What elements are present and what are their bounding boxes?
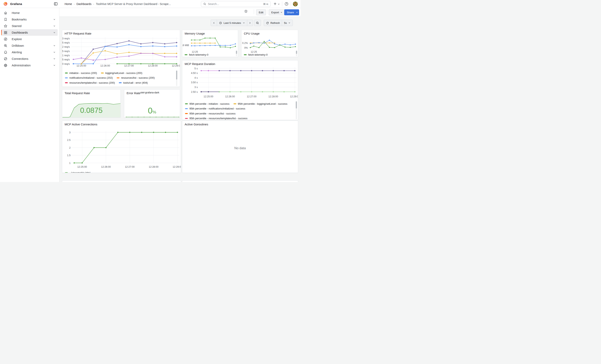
- legend-item[interactable]: unknown - success (200): [138, 85, 171, 87]
- refresh-icon: [266, 21, 269, 24]
- svg-text:0.2%: 0.2%: [242, 42, 248, 45]
- sidebar-item-home[interactable]: Home: [1, 10, 58, 16]
- sidebar-item-administration[interactable]: Administration: [1, 62, 58, 69]
- bookmark-icon: [4, 18, 8, 21]
- sidebar-item-label: Drilldown: [12, 44, 53, 47]
- help-icon[interactable]: [284, 2, 289, 7]
- breadcrumb-item[interactable]: Home: [65, 2, 72, 6]
- search-shortcut: ⌘+k: [263, 3, 268, 6]
- edit-button[interactable]: Edit: [256, 9, 266, 15]
- legend-item[interactable]: fetch-telemetry-0: [244, 52, 268, 57]
- svg-text:3 s: 3 s: [194, 86, 198, 89]
- legend-item[interactable]: resources/list - success (200): [117, 76, 155, 80]
- svg-text:12:29:00: 12:29:00: [290, 95, 298, 98]
- refresh-button[interactable]: Refresh: [264, 20, 282, 26]
- chevron-down-icon: [288, 22, 290, 24]
- sidebar-item-bookmarks[interactable]: Bookmarks: [1, 16, 58, 23]
- favorite-star-icon[interactable]: [244, 9, 248, 14]
- legend-item[interactable]: 95th percentile - notifications/initiali…: [185, 106, 245, 111]
- chart-legend: fetch-telemetry-0: [185, 52, 234, 57]
- legend-color-chip: [119, 82, 122, 83]
- breadcrumb-item: ToolHive MCP Server & Proxy Runner Dashb…: [96, 2, 171, 6]
- legend-scrollbar[interactable]: [296, 51, 297, 56]
- panel-cpu-usage: CPU Usage 0.2%0%12:25 fetch-telemetry-0: [241, 30, 298, 57]
- legend-item[interactable]: tools/list - success (200): [102, 85, 134, 87]
- chevron-down-icon[interactable]: [53, 31, 56, 34]
- legend-color-chip: [185, 118, 188, 119]
- panel-title[interactable]: Active Goroutines: [185, 123, 208, 126]
- sidebar-item-explore[interactable]: Explore: [1, 36, 58, 42]
- search-placeholder: Search...: [208, 2, 263, 6]
- chevron-down-icon[interactable]: [53, 51, 56, 53]
- add-button[interactable]: [273, 2, 277, 7]
- legend-item[interactable]: tools/call - error (404): [119, 80, 148, 85]
- svg-text:12:26:00: 12:26:00: [101, 166, 111, 168]
- time-back-button[interactable]: [211, 20, 217, 26]
- sidebar-item-dashboards[interactable]: Dashboards: [1, 29, 58, 36]
- svg-text:1.5: 1.5: [67, 154, 70, 157]
- legend-item[interactable]: 95th percentile - logging/setLevel - suc…: [233, 101, 287, 106]
- legend-item[interactable]: notifications/initialized - success (202…: [65, 76, 113, 80]
- refresh-interval-picker[interactable]: 5s: [282, 20, 293, 26]
- sidebar-item-starred[interactable]: Starred: [1, 23, 58, 29]
- breadcrumb-item[interactable]: Dashboards: [77, 2, 92, 6]
- brand-name: Grafana: [10, 2, 22, 6]
- legend-color-chip: [101, 72, 104, 74]
- legend-item[interactable]: logging/setLevel - success (200): [101, 70, 142, 76]
- legend-item[interactable]: fetch-telemetry-0: [185, 52, 209, 57]
- svg-text:12:27:00: 12:27:00: [125, 166, 135, 168]
- svg-text:12:27:00: 12:27:00: [124, 64, 134, 67]
- sidebar-item-connections[interactable]: Connections: [1, 55, 58, 62]
- zoom-out-button[interactable]: [254, 20, 261, 26]
- chevron-down-icon[interactable]: [53, 18, 56, 21]
- panel-mcp-active-connections: MCP Active Connections 32.521.5112:25:00…: [62, 121, 181, 173]
- sidebar-toggle-icon[interactable]: [54, 2, 58, 7]
- active-accent-bar: [1, 43, 2, 48]
- add-chevron-icon[interactable]: [277, 3, 280, 6]
- legend-color-chip: [65, 72, 68, 74]
- chevron-down-icon[interactable]: [53, 58, 56, 60]
- brand[interactable]: Grafana: [3, 2, 22, 6]
- time-forward-button[interactable]: [247, 20, 253, 26]
- legend-item[interactable]: 95th percentile - initialize - success: [185, 101, 230, 106]
- legend-scrollbar[interactable]: [176, 70, 177, 86]
- legend-color-chip: [65, 78, 68, 79]
- sidebar: HomeBookmarksStarredDashboardsExploreDri…: [0, 8, 60, 182]
- top-navbar: Grafana Home›Dashboards›ToolHive MCP Ser…: [0, 0, 300, 8]
- svg-text:3: 3: [69, 131, 70, 134]
- avatar[interactable]: [293, 2, 298, 6]
- home-icon: [4, 11, 8, 15]
- chevron-down-icon[interactable]: [53, 64, 56, 67]
- svg-text:2: 2: [69, 147, 70, 149]
- legend-color-chip: [244, 54, 247, 55]
- svg-text:12:25:00: 12:25:00: [77, 166, 87, 168]
- legend-item[interactable]: 95th percentile - resources/templates/li…: [185, 116, 247, 120]
- time-range-picker[interactable]: Last 5 minutes: [217, 20, 247, 26]
- legend-label: resources/list - success (200): [121, 76, 155, 79]
- mcp-active-connections-chart: 32.521.5112:25:0012:26:0012:27:0012:28:0…: [62, 121, 181, 173]
- dashboard-actions-bar: Edit Export Share: [60, 8, 300, 17]
- legend-item[interactable]: - (streamable-http): [65, 170, 91, 173]
- legend-scrollbar[interactable]: [236, 51, 237, 56]
- legend-item[interactable]: resources/templates/list - success (200): [65, 80, 115, 85]
- legend-label: fetch-telemetry-0: [189, 53, 209, 56]
- export-button[interactable]: Export: [269, 9, 285, 15]
- sidebar-item-label: Explore: [12, 37, 58, 41]
- nav-divider: [291, 2, 291, 6]
- legend-scrollbar[interactable]: [296, 101, 297, 119]
- search-input[interactable]: Search... ⌘+k: [201, 1, 270, 7]
- panel-http-request-rate: HTTP Request Rate 0 req/s0.005 req/s0.01…: [62, 30, 180, 87]
- next-row-panel-edge: [182, 180, 298, 182]
- chevron-down-icon[interactable]: [53, 44, 56, 47]
- grafana-logo-icon: [3, 2, 8, 6]
- sidebar-item-alerting[interactable]: Alerting: [1, 49, 58, 55]
- time-controls: Last 5 minutes Refresh 5s: [211, 20, 293, 26]
- legend-item[interactable]: tools/call - success (200): [65, 85, 98, 87]
- legend-item[interactable]: initialize - success (200): [65, 70, 97, 76]
- chevron-down-icon[interactable]: [53, 25, 56, 27]
- nav-divider: [282, 2, 282, 6]
- sidebar-item-drilldown[interactable]: Drilldown: [1, 42, 58, 49]
- svg-text:0.01 req/s: 0.01 req/s: [62, 54, 70, 57]
- legend-item[interactable]: 95th percentile - resources/list - succe…: [185, 111, 236, 116]
- share-chevron-button[interactable]: [295, 9, 299, 15]
